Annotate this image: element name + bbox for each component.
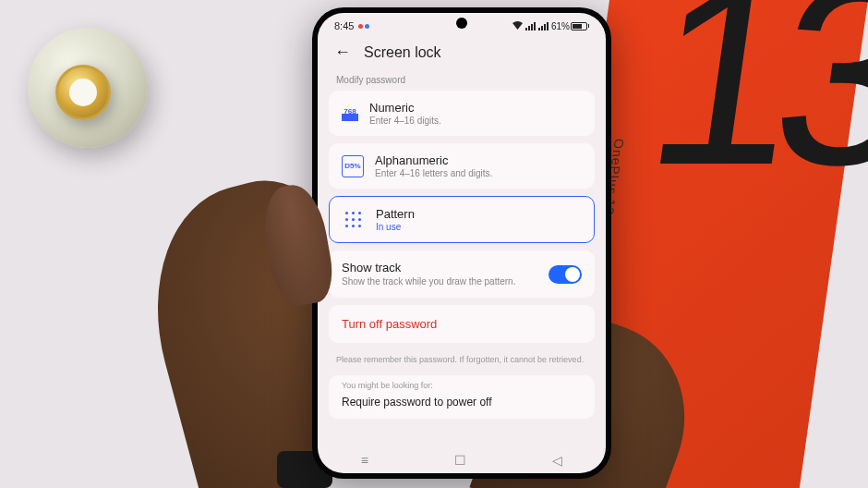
numeric-icon: 768	[342, 106, 358, 121]
status-dots	[358, 24, 369, 29]
wifi-icon	[512, 21, 523, 31]
nav-back-icon[interactable]: ◁	[552, 453, 562, 468]
page-title: Screen lock	[364, 44, 441, 61]
show-track-row: Show track Show the track while you draw…	[329, 250, 595, 298]
numeric-title: Numeric	[369, 101, 582, 115]
suggestion-label: You might be looking for:	[329, 375, 595, 392]
back-arrow-icon[interactable]: ←	[334, 43, 351, 62]
content-area: Modify password 768 Numeric Enter 4–16 d…	[318, 67, 606, 445]
alphanumeric-subtitle: Enter 4–16 letters and digits.	[375, 168, 582, 178]
status-time: 8:45	[334, 20, 354, 31]
show-track-desc: Show the track while you draw the patter…	[342, 275, 536, 287]
box-number: 13	[635, 0, 868, 203]
signal-icon-2	[538, 22, 549, 30]
alphanumeric-icon: D5%	[342, 155, 364, 177]
camera-notch	[456, 18, 467, 29]
pattern-icon	[343, 209, 365, 231]
numeric-subtitle: Enter 4–16 digits.	[369, 116, 582, 126]
navigation-bar: ≡ ☐ ◁	[318, 445, 606, 473]
alphanumeric-title: Alphanumeric	[375, 153, 582, 167]
battery-icon: 61%	[551, 21, 589, 31]
phone-device: 8:45	[312, 7, 611, 479]
pattern-title: Pattern	[376, 207, 581, 221]
option-alphanumeric[interactable]: D5% Alphanumeric Enter 4–16 letters and …	[329, 143, 595, 189]
battery-percent: 61%	[551, 21, 570, 31]
nav-home-icon[interactable]: ☐	[454, 453, 466, 468]
show-track-toggle[interactable]	[549, 265, 582, 284]
nav-recents-icon[interactable]: ≡	[361, 453, 368, 468]
pattern-subtitle: In use	[376, 222, 581, 232]
turn-off-password[interactable]: Turn off password	[329, 305, 595, 343]
phone-screen: 8:45	[318, 13, 606, 473]
option-numeric[interactable]: 768 Numeric Enter 4–16 digits.	[329, 91, 595, 136]
option-pattern[interactable]: Pattern In use	[329, 196, 595, 243]
help-text: Please remember this password. If forgot…	[329, 350, 595, 375]
gold-clock-decor	[55, 65, 111, 120]
show-track-title: Show track	[342, 261, 536, 274]
section-label: Modify password	[329, 67, 595, 91]
page-header: ← Screen lock	[318, 35, 606, 67]
signal-icon	[525, 22, 536, 30]
suggestion-item[interactable]: Require password to power off	[329, 392, 595, 419]
